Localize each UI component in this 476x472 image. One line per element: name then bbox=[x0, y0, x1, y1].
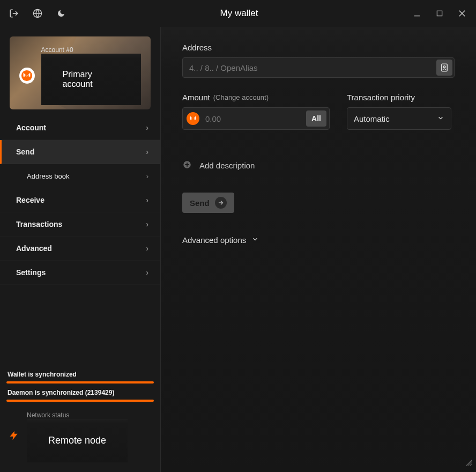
priority-select[interactable]: Automatic bbox=[347, 107, 451, 130]
nav-label: Settings bbox=[16, 268, 46, 277]
nav-transactions[interactable]: Transactions › bbox=[0, 212, 160, 237]
chevron-right-icon: › bbox=[146, 220, 148, 228]
nav-label: Account bbox=[16, 123, 46, 132]
nav-label: Receive bbox=[16, 196, 44, 204]
nav-account[interactable]: Account › bbox=[0, 116, 160, 140]
nav-label: Advanced bbox=[16, 244, 52, 253]
add-description-button[interactable]: Add description bbox=[182, 160, 455, 171]
nav-settings[interactable]: Settings › bbox=[0, 261, 160, 285]
sidebar: Account #0 Primary account XMR 0. 000000… bbox=[0, 27, 161, 472]
daemon-sync-bar bbox=[6, 400, 154, 402]
chevron-right-icon: › bbox=[146, 268, 148, 277]
address-book-button[interactable] bbox=[436, 60, 452, 76]
titlebar: My wallet bbox=[0, 0, 476, 27]
account-number: Account #0 bbox=[41, 46, 141, 54]
sidebar-footer: Wallet is synchronized Daemon is synchro… bbox=[0, 359, 160, 472]
amount-label: Amount bbox=[182, 93, 210, 102]
main-content: Address Amount (Change account) All bbox=[161, 27, 476, 472]
add-description-label: Add description bbox=[199, 161, 255, 170]
nav-label: Address book bbox=[27, 172, 70, 180]
nav-label: Send bbox=[16, 148, 34, 156]
close-icon[interactable] bbox=[457, 8, 467, 19]
chevron-down-icon bbox=[437, 114, 444, 123]
monero-logo-icon bbox=[19, 68, 35, 84]
send-button[interactable]: Send bbox=[182, 193, 234, 213]
arrow-right-circle-icon bbox=[215, 197, 227, 209]
monero-icon bbox=[187, 112, 199, 125]
plus-circle-icon bbox=[182, 160, 192, 171]
nav-address-book[interactable]: Address book › bbox=[0, 164, 160, 188]
nav-receive[interactable]: Receive › bbox=[0, 188, 160, 212]
advanced-options-toggle[interactable]: Advanced options bbox=[182, 235, 455, 245]
network-status-sub: Network status bbox=[27, 411, 128, 419]
svg-point-7 bbox=[21, 70, 32, 81]
moon-icon[interactable] bbox=[56, 8, 66, 19]
priority-value: Automatic bbox=[354, 114, 390, 123]
svg-point-9 bbox=[443, 66, 445, 68]
chevron-right-icon: › bbox=[146, 244, 148, 253]
chevron-right-icon: › bbox=[146, 172, 148, 180]
resize-handle-icon[interactable] bbox=[465, 459, 473, 469]
wallet-sync-label: Wallet is synchronized bbox=[8, 371, 153, 378]
send-button-label: Send bbox=[190, 198, 210, 208]
change-account-link[interactable]: (Change account) bbox=[213, 93, 269, 101]
amount-all-button[interactable]: All bbox=[306, 110, 326, 127]
chevron-down-icon bbox=[251, 235, 259, 245]
priority-label: Transaction priority bbox=[347, 93, 451, 102]
address-label: Address bbox=[182, 43, 455, 52]
svg-rect-4 bbox=[437, 11, 442, 16]
account-card[interactable]: Account #0 Primary account XMR 0. 000000… bbox=[10, 36, 151, 109]
account-name: Primary account bbox=[41, 54, 141, 105]
wallet-sync-bar bbox=[6, 381, 154, 384]
chevron-right-icon: › bbox=[146, 123, 148, 132]
logout-icon[interactable] bbox=[9, 8, 19, 19]
window-title: My wallet bbox=[66, 8, 412, 19]
chevron-right-icon: › bbox=[146, 148, 148, 156]
network-status[interactable]: Network status Remote node bbox=[6, 411, 154, 462]
globe-icon[interactable] bbox=[32, 8, 43, 19]
nav-advanced[interactable]: Advanced › bbox=[0, 237, 160, 261]
maximize-icon[interactable] bbox=[434, 8, 445, 19]
chevron-right-icon: › bbox=[146, 196, 148, 204]
address-input[interactable] bbox=[182, 57, 455, 78]
bolt-icon bbox=[9, 428, 19, 446]
advanced-options-label: Advanced options bbox=[182, 235, 246, 245]
nav: Account › Send › Address book › Receive … bbox=[0, 116, 160, 285]
daemon-sync-label: Daemon is synchronized (2139429) bbox=[8, 389, 153, 396]
nav-send[interactable]: Send › bbox=[0, 140, 160, 164]
minimize-icon[interactable] bbox=[412, 8, 422, 19]
network-status-main: Remote node bbox=[27, 419, 128, 462]
nav-label: Transactions bbox=[16, 220, 62, 228]
